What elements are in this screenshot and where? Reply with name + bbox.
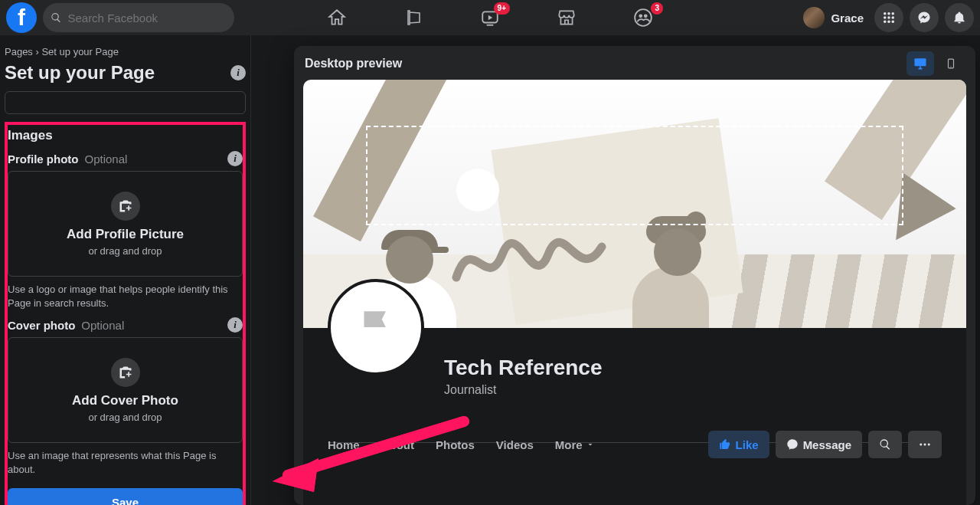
messenger-button[interactable] — [910, 3, 939, 32]
svg-point-8 — [887, 16, 890, 18]
cover-photo-label: Cover photo — [8, 319, 75, 332]
ellipsis-icon — [918, 438, 932, 451]
svg-rect-13 — [915, 58, 926, 66]
flag-icon — [352, 303, 400, 351]
breadcrumb-root[interactable]: Pages — [5, 46, 33, 57]
tab-photos[interactable]: Photos — [436, 438, 475, 451]
svg-point-5 — [887, 12, 890, 15]
svg-point-16 — [920, 444, 922, 446]
device-toggle — [906, 51, 965, 76]
add-photo-icon — [111, 192, 140, 221]
add-photo-icon — [111, 358, 140, 387]
profile-dz-title: Add Profile Picture — [67, 227, 184, 242]
more-actions-button[interactable] — [908, 431, 942, 458]
profile-optional: Optional — [85, 152, 128, 166]
info-icon[interactable]: i — [227, 151, 243, 166]
chevron-down-icon — [586, 440, 595, 449]
svg-point-15 — [950, 67, 951, 67]
user-chip[interactable]: Grace — [803, 7, 868, 28]
profile-hint: Use a logo or image that helps people id… — [8, 277, 243, 314]
search-page-button[interactable] — [868, 431, 902, 458]
breadcrumb-current: Set up your Page — [41, 46, 118, 57]
watch-badge: 9+ — [494, 2, 510, 15]
page-title: Set up your Page — [5, 62, 155, 84]
images-heading: Images — [8, 126, 243, 148]
bell-icon — [952, 11, 966, 25]
search-input[interactable] — [67, 11, 227, 25]
identity-row: Tech Reference Journalist Home About Pho… — [303, 328, 966, 451]
profile-photo-dropzone[interactable]: Add Profile Picture or drag and drop — [8, 171, 243, 277]
nav-home[interactable] — [326, 7, 348, 28]
images-section-highlight: Images Profile photo Optional i Add Prof… — [5, 122, 246, 505]
groups-badge: 3 — [651, 2, 663, 15]
profile-picture-placeholder — [328, 279, 424, 375]
svg-point-4 — [884, 12, 886, 15]
svg-point-17 — [924, 444, 926, 446]
tab-about[interactable]: About — [381, 438, 414, 451]
mobile-icon — [946, 56, 956, 71]
page-name-input[interactable] — [5, 91, 246, 114]
facebook-logo[interactable]: f — [6, 2, 37, 33]
avatar — [803, 7, 825, 28]
tab-home[interactable]: Home — [328, 438, 360, 451]
top-nav: f 9+ 3 Grace — [0, 0, 980, 35]
svg-point-11 — [887, 21, 890, 23]
profile-dz-sub: or drag and drop — [88, 245, 162, 257]
svg-point-2 — [639, 14, 642, 18]
svg-point-9 — [892, 16, 894, 18]
page-category: Journalist — [444, 383, 602, 397]
svg-point-12 — [892, 21, 894, 23]
cover-dz-title: Add Cover Photo — [72, 393, 178, 408]
tab-videos[interactable]: Videos — [496, 438, 534, 451]
user-name: Grace — [831, 11, 864, 25]
desktop-icon — [913, 56, 928, 71]
left-panel: Pages › Set up your Page Set up your Pag… — [0, 35, 251, 505]
right-nav: Grace — [803, 3, 974, 32]
cover-hint: Use an image that represents what this P… — [8, 443, 243, 480]
cover-photo-dropzone[interactable]: Add Cover Photo or drag and drop — [8, 337, 243, 443]
messenger-icon — [917, 11, 931, 25]
center-nav: 9+ 3 — [326, 0, 654, 35]
info-icon[interactable]: i — [227, 317, 243, 333]
info-icon[interactable]: i — [230, 65, 246, 80]
svg-point-10 — [884, 21, 886, 23]
search-field[interactable] — [43, 3, 234, 32]
desktop-toggle[interactable] — [906, 51, 934, 76]
page-name: Tech Reference — [444, 356, 602, 380]
page-tabs: Home About Photos Videos More Like Messa… — [328, 425, 942, 458]
cover-dz-sub: or drag and drop — [88, 412, 162, 423]
preview-panel: Desktop preview — [294, 46, 975, 505]
message-button[interactable]: Message — [776, 431, 862, 458]
nav-pages[interactable] — [403, 7, 424, 28]
svg-point-18 — [928, 444, 930, 446]
mobile-toggle[interactable] — [937, 51, 965, 76]
messenger-icon — [786, 438, 799, 451]
svg-point-7 — [884, 16, 886, 18]
nav-marketplace[interactable] — [556, 7, 577, 28]
nav-watch[interactable]: 9+ — [479, 7, 501, 28]
like-icon — [719, 438, 731, 451]
search-icon — [51, 11, 61, 24]
search-icon — [879, 438, 891, 451]
save-button[interactable]: Save — [8, 488, 243, 505]
svg-point-3 — [644, 14, 648, 18]
notifications-button[interactable] — [945, 3, 974, 32]
svg-point-6 — [892, 12, 894, 15]
cover-optional: Optional — [81, 319, 124, 332]
svg-point-1 — [635, 9, 652, 26]
breadcrumb: Pages › Set up your Page — [5, 43, 246, 61]
nav-groups[interactable]: 3 — [632, 7, 654, 28]
like-button[interactable]: Like — [708, 431, 769, 458]
grid-icon — [882, 11, 896, 25]
menu-grid-button[interactable] — [874, 3, 903, 32]
tab-more[interactable]: More — [555, 438, 595, 451]
preview-title: Desktop preview — [305, 57, 402, 71]
page-card: Tech Reference Journalist Home About Pho… — [303, 80, 966, 505]
profile-photo-label: Profile photo — [8, 152, 79, 166]
